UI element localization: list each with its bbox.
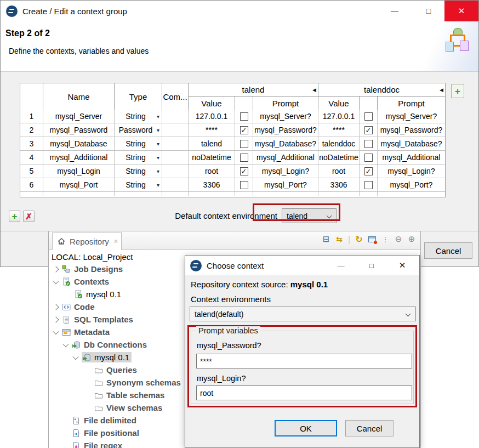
prompt-checkbox-checked[interactable]: ✓ <box>364 126 373 134</box>
value-cell-talend[interactable]: talend <box>189 137 235 150</box>
prompt-cell-talenddoc[interactable]: mysql_Database? <box>378 137 445 150</box>
prompt-cell-talend[interactable]: mysql_Port? <box>253 178 318 191</box>
type-cell[interactable]: String▾ <box>115 178 162 191</box>
comment-cell[interactable] <box>162 151 189 164</box>
name-cell[interactable]: mysql_Server <box>43 110 115 123</box>
type-cell[interactable]: Password▾ <box>115 123 162 137</box>
password-prompt-input[interactable] <box>196 354 412 368</box>
prompt-checkbox[interactable] <box>240 112 248 121</box>
link-with-editor-icon[interactable]: ⇆ <box>334 233 345 245</box>
prompt-cell-talenddoc[interactable]: mysql_Port? <box>378 178 445 191</box>
tab-repository[interactable]: Repository ✕ <box>52 232 122 250</box>
dialog-cancel-button[interactable]: Cancel <box>345 420 394 436</box>
comment-cell[interactable] <box>162 123 189 137</box>
login-prompt-input[interactable] <box>196 385 412 400</box>
selected-item-highlight: mysql 0.1 <box>82 352 132 362</box>
name-cell[interactable]: mysql_Database <box>43 137 115 150</box>
prompt-checkbox[interactable] <box>364 154 373 162</box>
default-context-select[interactable]: talend <box>282 208 337 223</box>
detail-view-icon[interactable] <box>367 233 378 245</box>
ok-button[interactable]: OK <box>275 420 337 436</box>
add-context-button[interactable]: + <box>451 84 464 98</box>
collapse-all-icon[interactable]: ⊟ <box>321 233 332 245</box>
name-cell[interactable]: mysql_Password <box>43 123 115 137</box>
repository-toolbar: ⊟ ⇆ | ↻ ⋮ ⊖ ⊕ <box>321 233 417 245</box>
prompt-cell-talenddoc[interactable]: mysql_Password? <box>378 123 445 137</box>
remove-variable-button[interactable]: ✗ <box>23 211 35 222</box>
value-subheader-talend: Value <box>189 97 235 110</box>
prompt-checkbox[interactable] <box>240 154 248 162</box>
prompt-cell-talend[interactable]: mysql_Server? <box>253 110 318 123</box>
prompt-checkbox[interactable] <box>364 140 373 148</box>
value-cell-talenddoc[interactable]: 127.0.0.1 <box>318 110 360 123</box>
group-collapse-icon[interactable]: ◀ <box>440 87 443 93</box>
expand-arrow-icon[interactable] <box>53 304 59 310</box>
name-cell[interactable]: mysql_Port <box>43 178 115 191</box>
wizard-cancel-button[interactable]: Cancel <box>424 242 472 259</box>
tab-close-icon[interactable]: ✕ <box>113 238 118 245</box>
default-context-label: Default context environment <box>132 211 277 220</box>
prompt-cell-talend[interactable]: mysql_Password? <box>253 123 318 137</box>
prompt-checkbox[interactable] <box>364 181 373 189</box>
prompt-checkbox-checked[interactable]: ✓ <box>240 126 248 134</box>
value-cell-talend[interactable]: root <box>189 165 235 178</box>
type-cell[interactable]: String▾ <box>115 137 162 150</box>
context-environment-select[interactable]: talend(default) <box>190 307 416 321</box>
name-cell[interactable]: mysql_Login <box>43 165 115 178</box>
prompt-cell-talenddoc[interactable]: mysql_Server? <box>378 110 445 123</box>
minimize-button[interactable]: — <box>332 256 350 275</box>
comment-cell[interactable] <box>162 110 189 123</box>
prompt-cell-talend[interactable]: mysql_Database? <box>253 137 318 150</box>
group-header-talenddoc[interactable]: talenddoc ◀ <box>318 83 445 97</box>
prompt-check-cell <box>360 137 378 150</box>
refresh-icon[interactable]: ↻ <box>353 233 364 245</box>
row-number: 3 <box>20 137 43 150</box>
prompt-checkbox[interactable] <box>240 140 248 148</box>
project-root-label[interactable]: LOCAL: Local_Project <box>52 252 133 262</box>
expand-icon[interactable]: ⊕ <box>406 233 417 245</box>
prompt-checkbox[interactable] <box>240 181 248 189</box>
maximize-button[interactable]: □ <box>413 1 444 21</box>
value-cell-talend[interactable]: **** <box>189 123 235 137</box>
add-variable-button[interactable]: + <box>9 211 20 222</box>
expand-arrow-icon[interactable] <box>53 277 59 283</box>
prompt-checkbox[interactable] <box>364 112 373 121</box>
value-cell-talenddoc[interactable]: talenddoc <box>318 137 360 150</box>
prompt-cell-talenddoc[interactable]: mysql_Additional <box>378 151 445 164</box>
type-cell[interactable]: String▾ <box>115 165 162 178</box>
collapse-icon[interactable]: ⊖ <box>393 233 404 245</box>
value-cell-talend[interactable]: noDatetime <box>189 151 235 164</box>
close-button[interactable]: ✕ <box>444 1 478 21</box>
value-cell-talend[interactable]: 127.0.0.1 <box>189 110 235 123</box>
file-positional-icon <box>72 429 81 438</box>
expand-arrow-icon[interactable] <box>53 266 59 272</box>
type-cell[interactable]: String▾ <box>115 110 162 123</box>
group-header-talend[interactable]: talend ◀ <box>189 83 318 97</box>
expand-arrow-icon[interactable] <box>62 341 69 347</box>
expand-arrow-icon[interactable] <box>72 353 78 359</box>
prompt-cell-talend[interactable]: mysql_Login? <box>253 165 318 178</box>
comment-cell[interactable] <box>162 165 189 178</box>
value-cell-talenddoc[interactable]: 3306 <box>318 178 360 191</box>
table-row: 6 mysql_Port String▾ 3306 mysql_Port? 33… <box>20 178 445 192</box>
value-cell-talenddoc[interactable]: noDatetime <box>318 151 360 164</box>
prompt-checkbox-checked[interactable]: ✓ <box>364 167 373 175</box>
view-menu-icon[interactable]: ⋮ <box>380 233 391 245</box>
value-cell-talenddoc[interactable]: root <box>318 165 360 178</box>
group-collapse-icon[interactable]: ◀ <box>312 87 316 93</box>
prompt-cell-talend[interactable]: mysql_Additional <box>253 151 318 164</box>
value-cell-talenddoc[interactable]: **** <box>318 123 360 137</box>
prompt-cell-talenddoc[interactable]: mysql_Login? <box>378 165 445 178</box>
prompt-checkbox-checked[interactable]: ✓ <box>240 167 248 175</box>
close-button[interactable]: ✕ <box>393 256 412 275</box>
expand-arrow-icon[interactable] <box>53 328 59 334</box>
value-cell-talend[interactable]: 3306 <box>189 178 235 191</box>
minimize-button[interactable]: — <box>379 1 410 21</box>
comment-cell[interactable] <box>162 178 189 191</box>
expand-arrow-icon[interactable] <box>53 316 59 322</box>
comment-cell[interactable] <box>162 137 189 150</box>
maximize-button[interactable]: □ <box>362 256 381 275</box>
type-cell[interactable]: String▾ <box>115 151 162 164</box>
prompt-variables-group: Prompt variables mysql_Password? mysql_L… <box>191 331 414 404</box>
name-cell[interactable]: mysql_Additional <box>43 151 115 164</box>
